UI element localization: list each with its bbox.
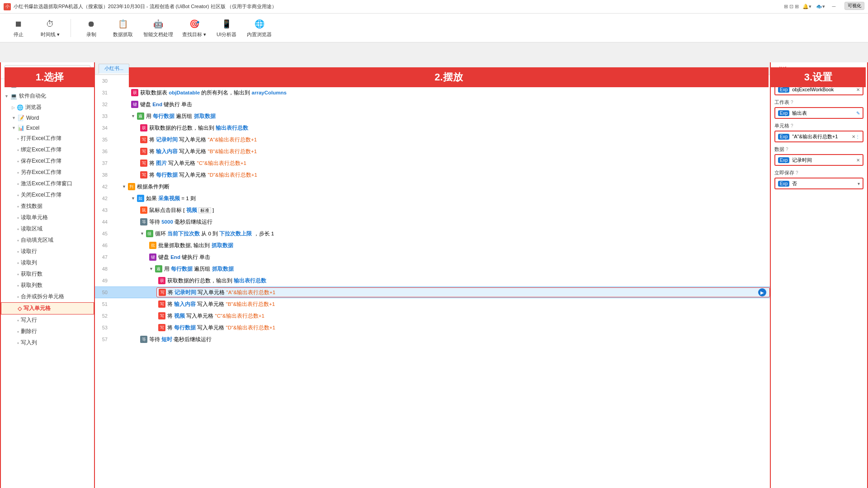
field-inner-workbook: Exp objExcelWorkBook: [778, 87, 856, 93]
code-line-52: 52 写 将 视频 写入单元格 "C"&输出表行总数+1: [95, 310, 770, 322]
title-bar: 小 小红书爆款选题抓取RPA机器人（搜索版）2023年10月30日 - 流程创造…: [0, 0, 868, 14]
icon-get-31: 获: [131, 89, 138, 96]
dot-read-range: ◦: [17, 226, 19, 232]
line-num-43: 43: [95, 207, 111, 213]
text-49: 获取数据的行总数，输出到 输出表行总数: [167, 277, 266, 284]
code-area: 30 批 批量抓取数据, 输出到 抓取数据 31 获 获取数据表 objData…: [95, 75, 770, 488]
toolbar-builtin-browser[interactable]: 🌐 内置浏览器: [247, 18, 272, 38]
close-data[interactable]: ✕: [856, 158, 860, 163]
edit-sheet[interactable]: ✎: [856, 111, 860, 116]
prop-field-sheet[interactable]: Exp 输出表 ✎: [774, 107, 863, 119]
field-inner-save: Exp 否: [778, 180, 858, 187]
code-line-34: 34 获 获取数据的行总数，输出到 输出表行总数: [95, 122, 770, 134]
tree-item-saveas-excel[interactable]: ◦ 另存Excel工作簿: [1, 167, 94, 178]
expand-48[interactable]: ▼: [149, 267, 153, 271]
tree-item-read-row[interactable]: ◦ 读取行: [1, 246, 94, 257]
tree-item-get-colcount[interactable]: ◦ 获取列数: [1, 280, 94, 291]
text-53: 将 每行数据 写入单元格 "D"&输出表行总数+1: [167, 324, 275, 331]
tree-item-write-cell[interactable]: ◇ 写入单元格: [1, 302, 94, 314]
section-header-3: 3.设置: [771, 67, 866, 87]
tree-item-write-row[interactable]: ◦ 写入行: [1, 314, 94, 326]
timeline-icon: ⏱: [44, 18, 57, 30]
tree-item-get-rowcount[interactable]: ◦ 获取行数: [1, 268, 94, 280]
icon-wait-57: 等: [140, 336, 147, 343]
line-num-47: 47: [95, 254, 111, 260]
text-47: 键盘 End 键执行 单击: [158, 254, 210, 261]
toolbar-find-target[interactable]: 🎯 查找目标 ▾: [182, 18, 206, 38]
toolbar-timeline[interactable]: ⏱ 时间线 ▾: [39, 18, 61, 38]
text-52: 将 视频 写入单元格 "C"&输出表行总数+1: [167, 313, 264, 319]
play-button-50[interactable]: ▶: [758, 288, 766, 296]
prop-field-cell[interactable]: Exp "A"&输出表行总数+1 ✕ ⋮: [774, 131, 863, 142]
edit-cell[interactable]: ⋮: [855, 134, 860, 139]
line-content-31: 获 获取数据表 objDatatable 的所有列名，输出到 arrayColu…: [129, 88, 770, 97]
prop-label-save: 立即保存 ?: [774, 169, 863, 176]
expand-45[interactable]: ▼: [140, 231, 144, 236]
field-value-data: 记录时间: [792, 157, 812, 164]
code-line-53: 53 写 将 每行数据 写入单元格 "D"&输出表行总数+1: [95, 322, 770, 333]
tree-item-close-excel[interactable]: ◦ 关闭Excel工作簿: [1, 189, 94, 201]
tree-item-activate-excel[interactable]: ◦ 激活Excel工作簿窗口: [1, 178, 94, 189]
timeline-label: 时间线 ▾: [41, 31, 60, 38]
tree-item-bind-excel[interactable]: ◦ 绑定Excel工作簿: [1, 144, 94, 155]
toolbar-record[interactable]: ⏺ 录制: [80, 18, 103, 38]
tree-label-browser: 浏览器: [25, 103, 42, 111]
code-line-50[interactable]: 50 写 将 记录时间 写入单元格 "A"&输出表行总数+1 ▶: [95, 286, 770, 298]
tree-item-open-excel[interactable]: ◦ 打开Excel工作簿: [1, 133, 94, 144]
prop-label-cell: 单元格 ?: [774, 122, 863, 129]
tree-item-read-cell[interactable]: ◦ 读取单元格: [1, 212, 94, 223]
toolbar-ui-analyzer[interactable]: 📱 UI分析器: [215, 18, 238, 38]
tree-item-find-data[interactable]: ◦ 查找数据: [1, 201, 94, 212]
code-line-44: 44 等 等待 5000 毫秒后继续运行: [95, 216, 770, 228]
toolbar-stop[interactable]: ⏹ 停止: [7, 18, 30, 38]
title-bar-left: 小 小红书爆款选题抓取RPA机器人（搜索版）2023年10月30日 - 流程创造…: [4, 3, 277, 10]
code-line-35: 35 写 将 记录时间 写入单元格 "A"&输出表行总数+1: [95, 134, 770, 145]
label-write-row: 写入行: [21, 316, 37, 324]
minimize-btn[interactable]: ─: [829, 4, 840, 9]
expand-icon-sa: ▼: [5, 94, 9, 99]
text-57: 等待 短时 毫秒后继续运行: [149, 336, 212, 343]
tree-item-read-col[interactable]: ◦ 读取列: [1, 257, 94, 268]
tree-item-excel[interactable]: ▼ 📊 Excel: [1, 123, 94, 133]
icon-mouse-43: 鼠: [140, 206, 147, 214]
user-menu[interactable]: 🔔▾ 🐟▾: [802, 4, 825, 9]
line-content-57: 等 等待 短时 毫秒后继续运行: [138, 335, 770, 344]
tree-item-software-auto[interactable]: ▼ 💻 软件自动化: [1, 90, 94, 102]
tree-item-write-col[interactable]: ◦ 写入列: [1, 337, 94, 348]
close-workbook[interactable]: ✕: [856, 87, 860, 92]
tree-item-auto-fill[interactable]: ◦ 自动填充区域: [1, 235, 94, 246]
text-42a: 根据条件判断: [137, 183, 170, 190]
line-content-36: 写 将 输入内容 写入单元格 "B"&输出表行总数+1: [138, 147, 770, 156]
code-line-36: 36 写 将 输入内容 写入单元格 "B"&输出表行总数+1: [95, 145, 770, 157]
line-content-49: 获 获取数据的行总数，输出到 输出表行总数: [156, 276, 770, 285]
expand-42b[interactable]: ▼: [131, 196, 135, 201]
tree-item-save-excel[interactable]: ◦ 保存Excel工作簿: [1, 155, 94, 167]
expand-33[interactable]: ▼: [131, 114, 135, 118]
code-line-47: 47 键 键盘 End 键执行 单击: [95, 251, 770, 263]
tab-xiaohongshu[interactable]: 小红书...: [99, 64, 129, 74]
tree-label-word: Word: [26, 115, 39, 121]
data-capture-label: 数据抓取: [113, 31, 133, 38]
prop-dropdown-save[interactable]: Exp 否 ▾: [774, 178, 863, 189]
toolbar-smart-doc[interactable]: 🤖 智能文档处理: [143, 18, 173, 38]
tree-item-read-range[interactable]: ◦ 读取区域: [1, 223, 94, 235]
text-51: 将 输入内容 写入单元格 "B"&输出表行总数+1: [167, 301, 275, 308]
label-activate-excel: 激活Excel工作簿窗口: [21, 180, 72, 188]
close-cell[interactable]: ✕: [852, 134, 855, 139]
main-layout: ▼ 🤖 智能文档处理 ▼ 💻 软件自动化 ▷ 🌐 浏览器 ▼ 📝 Word: [0, 62, 868, 488]
icon-write-35: 写: [140, 136, 147, 143]
prop-field-data[interactable]: Exp 记录时间 ✕: [774, 154, 863, 166]
line-num-37: 37: [95, 160, 111, 166]
toolbar-data-capture[interactable]: 📋 数据抓取: [112, 18, 134, 38]
icon-cond-42: 判: [128, 183, 135, 190]
tree-item-delete-row[interactable]: ◦ 删除行: [1, 326, 94, 337]
tree-item-merge-cell[interactable]: ◦ 合并或拆分单元格: [1, 291, 94, 302]
code-line-45: 45 ▼ 循 循环 当前下拉次数 从 0 到 下拉次数上限 ，步长 1: [95, 228, 770, 239]
line-num-45: 45: [95, 231, 111, 236]
expand-42a[interactable]: ▼: [122, 184, 126, 189]
tree-item-browser[interactable]: ▷ 🌐 浏览器: [1, 102, 94, 113]
label-get-colcount: 获取列数: [21, 282, 42, 289]
top-icons: ⊞ ⊡ ⊞: [784, 4, 799, 9]
icon-get-49: 获: [158, 277, 165, 284]
tree-item-word[interactable]: ▼ 📝 Word: [1, 113, 94, 123]
